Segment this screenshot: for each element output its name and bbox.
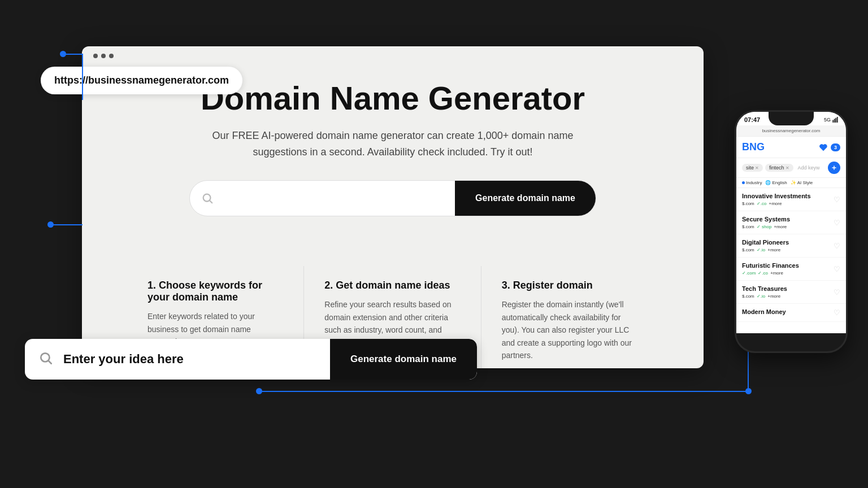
phone-filters: Industry 🌐 English ✨ AI Style (736, 178, 846, 188)
phone-tags-row: site ✕ fintech ✕ Add keyw (736, 158, 846, 178)
result-modern-money[interactable]: Modern Money ♡ (736, 304, 846, 322)
heart-icon-1[interactable]: ♡ (834, 195, 840, 204)
browser-mockup: Domain Name Generator Our FREE AI-powere… (82, 46, 704, 368)
result-digital-pioneers[interactable]: Digital Pioneers $.com ✓.io +more ♡ (736, 234, 846, 258)
add-keyword-btn[interactable] (828, 162, 840, 174)
phone-url-bar: businessnamegenerator.com (736, 125, 846, 137)
result-tag-3-3: +more (767, 247, 780, 252)
browser-dot-2 (101, 54, 106, 58)
tag-close-site[interactable]: ✕ (755, 165, 759, 171)
step-1-title: 1. Choose keywords for your domain name (147, 280, 283, 303)
annotation-dot-search (47, 221, 54, 228)
result-secure-systems[interactable]: Secure Systems $.com ✓ shop +more ♡ (736, 211, 846, 234)
phone-header: BNG 3 (736, 137, 846, 158)
result-innovative-investments[interactable]: Innovative Investments $.com ✓.co +more … (736, 188, 846, 211)
result-tag-1-3: +more (769, 201, 782, 206)
phone-content: 07:47 5G businessnamegenerator.com BNG 3… (736, 112, 846, 333)
heart-icon-5[interactable]: ♡ (834, 288, 840, 297)
step-3: 3. Register domain Register the domain i… (481, 266, 658, 368)
add-keyword-placeholder[interactable]: Add keyw (796, 165, 826, 171)
phone-logo: BNG (742, 141, 765, 153)
browser-generate-btn[interactable]: Generate domain name (455, 181, 596, 216)
bottom-search-bar: Enter your idea here Generate domain nam… (25, 339, 477, 380)
annotation-line-v1 (82, 54, 83, 100)
svg-rect-5 (834, 119, 835, 123)
browser-dot-3 (109, 54, 114, 58)
result-tag-4-1: ✓.com (742, 271, 756, 276)
annotation-dot-bl (256, 388, 262, 394)
result-tag-2-3: +more (774, 224, 787, 229)
filter-english[interactable]: 🌐 English (765, 180, 787, 185)
phone-notch (769, 112, 814, 125)
phone-time: 07:47 (744, 116, 760, 123)
bottom-search-icon-wrap (25, 351, 63, 368)
heart-icon (819, 143, 827, 151)
svg-line-1 (210, 201, 212, 203)
tag-close-fintech[interactable]: ✕ (785, 165, 789, 171)
browser-dots (93, 54, 114, 58)
result-name-1: Innovative Investments (742, 193, 811, 199)
result-name-4: Futuristic Finances (742, 262, 799, 269)
svg-line-3 (49, 361, 51, 364)
browser-search-bar: Generate domain name (189, 180, 596, 216)
result-tag-3-1: $.com (742, 247, 754, 252)
result-tag-4-3: +more (770, 271, 783, 276)
result-tag-1-1: $.com (742, 201, 754, 206)
filter-ai-style[interactable]: ✨ AI Style (791, 180, 813, 185)
annotation-dot-tl (60, 51, 66, 57)
page-title: Domain Name Generator (201, 80, 585, 116)
result-tech-treasures[interactable]: Tech Treasures $.com ✓.io +more ♡ (736, 281, 846, 304)
heart-icon-6[interactable]: ♡ (834, 308, 840, 317)
phone-signal: 5G (824, 117, 838, 123)
phone-mockup: 07:47 5G businessnamegenerator.com BNG 3… (735, 110, 848, 353)
url-bar[interactable]: https://businessnamegenerator.com (41, 67, 242, 94)
result-tag-3-2: ✓.io (757, 247, 765, 252)
heart-icon-4[interactable]: ♡ (834, 265, 840, 273)
bottom-search-icon (38, 351, 53, 365)
result-tag-1-2: ✓.co (757, 201, 767, 206)
bottom-search-placeholder[interactable]: Enter your idea here (63, 352, 330, 367)
browser-dot-1 (93, 54, 98, 58)
step-3-title: 3. Register domain (502, 280, 638, 291)
phone-results: Innovative Investments $.com ✓.co +more … (736, 188, 846, 322)
result-name-3: Digital Pioneers (742, 239, 789, 246)
filter-industry[interactable]: Industry (742, 180, 762, 185)
result-name-2: Secure Systems (742, 216, 790, 223)
search-icon (201, 192, 214, 204)
result-tag-5-3: +more (767, 294, 780, 299)
result-futuristic-finances[interactable]: Futuristic Finances ✓.com ✓.co +more ♡ (736, 258, 846, 281)
result-name-5: Tech Treasures (742, 285, 787, 292)
result-name-6: Modern Money (742, 308, 786, 315)
page-subtitle: Our FREE AI-powered domain name generato… (212, 128, 574, 160)
annotation-line-search-h (50, 224, 83, 225)
svg-rect-4 (832, 120, 834, 123)
result-tag-5-1: $.com (742, 294, 754, 299)
svg-rect-7 (837, 117, 838, 123)
result-tag-4-2: ✓.co (758, 271, 768, 276)
result-tag-2-2: ✓ shop (757, 224, 772, 229)
heart-icon-2[interactable]: ♡ (834, 219, 840, 227)
bottom-generate-btn[interactable]: Generate domain name (330, 339, 477, 380)
annotation-line-bottom (259, 391, 747, 392)
heart-icon-3[interactable]: ♡ (834, 242, 840, 250)
phone-tag-fintech[interactable]: fintech ✕ (765, 164, 793, 172)
phone-tag-site[interactable]: site ✕ (742, 164, 763, 172)
result-tag-2-1: $.com (742, 224, 754, 229)
annotation-dot-br (745, 388, 752, 394)
step-3-desc: Register the domain instantly (we'll aut… (502, 298, 638, 361)
phone-heart-badge: 3 (831, 143, 840, 151)
step-2-title: 2. Get domain name ideas (324, 280, 460, 291)
svg-rect-6 (835, 118, 836, 123)
result-tag-5-2: ✓.io (757, 294, 765, 299)
